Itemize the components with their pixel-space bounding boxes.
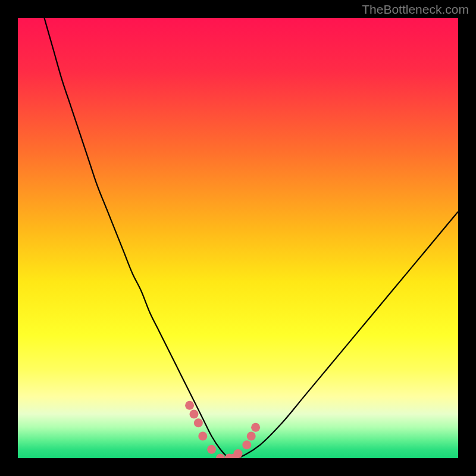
- highlight-dot: [251, 423, 260, 432]
- highlight-dots: [185, 401, 260, 458]
- highlight-dot: [242, 440, 251, 449]
- highlight-dot: [185, 401, 194, 410]
- chart-frame: TheBottleneck.com: [0, 0, 476, 476]
- highlight-dot: [194, 418, 203, 427]
- highlight-dot: [247, 432, 256, 441]
- highlight-dot: [190, 410, 199, 419]
- plot-area: [18, 18, 458, 458]
- bottleneck-curve: [44, 18, 458, 458]
- curve-layer: [18, 18, 458, 458]
- highlight-dot: [198, 432, 207, 441]
- watermark-text: TheBottleneck.com: [362, 2, 469, 17]
- highlight-dot: [216, 454, 225, 459]
- highlight-dot: [207, 445, 216, 454]
- highlight-dot: [234, 449, 243, 458]
